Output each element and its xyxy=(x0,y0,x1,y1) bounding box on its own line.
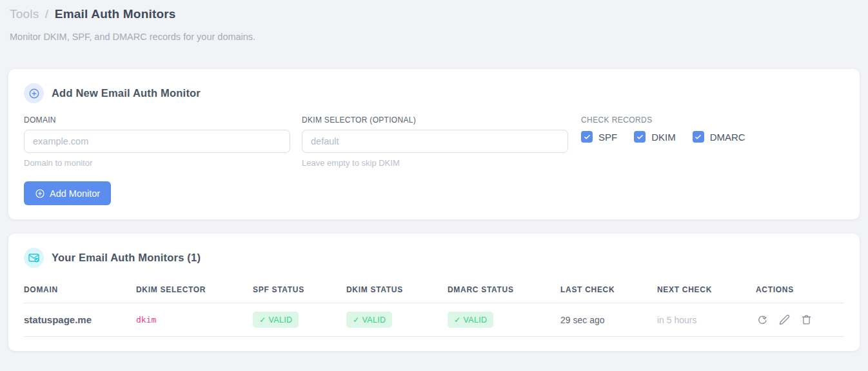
breadcrumb: Tools / Email Auth Monitors xyxy=(10,7,860,21)
col-header-next-check: NEXT CHECK xyxy=(657,280,756,303)
dkim-selector-field-group: DKIM SELECTOR (OPTIONAL) Leave empty to … xyxy=(302,115,568,168)
col-header-domain: DOMAIN xyxy=(24,280,136,303)
dmarc-checkbox-label: DMARC xyxy=(710,132,745,143)
checkbox-checked-icon xyxy=(581,131,593,143)
domain-helper: Domain to monitor xyxy=(24,158,290,168)
page-subtitle: Monitor DKIM, SPF, and DMARC records for… xyxy=(10,32,860,42)
dkim-status-badge: ✓ VALID xyxy=(346,312,392,328)
dkim-checkbox[interactable]: DKIM xyxy=(634,131,676,143)
trash-icon[interactable] xyxy=(800,313,813,326)
col-header-last-check: LAST CHECK xyxy=(560,280,657,303)
page: Tools / Email Auth Monitors Monitor DKIM… xyxy=(0,0,868,351)
page-title: Email Auth Monitors xyxy=(55,7,176,21)
dmarc-status-badge: ✓ VALID xyxy=(448,312,493,328)
col-header-actions: ACTIONS xyxy=(756,280,844,303)
check-records-label: CHECK RECORDS xyxy=(581,115,745,125)
dmarc-checkbox[interactable]: DMARC xyxy=(693,131,745,143)
monitors-card-header: Your Email Auth Monitors (1) xyxy=(24,248,844,268)
monitor-next-check: in 5 hours xyxy=(657,303,756,337)
spf-checkbox-label: SPF xyxy=(598,132,617,143)
email-check-icon xyxy=(24,248,44,268)
col-header-dkim-status: DKIM STATUS xyxy=(346,280,448,303)
spf-checkbox[interactable]: SPF xyxy=(581,131,617,143)
add-monitor-button-label: Add Monitor xyxy=(50,188,100,199)
table-row: statuspage.me dkim ✓ VALID ✓ VALID ✓ VAL… xyxy=(24,303,844,337)
dkim-checkbox-label: DKIM xyxy=(651,132,676,143)
checkbox-checked-icon xyxy=(693,131,704,143)
domain-input[interactable] xyxy=(24,130,290,153)
monitors-table: DOMAIN DKIM SELECTOR SPF STATUS DKIM STA… xyxy=(24,280,844,337)
monitors-card: Your Email Auth Monitors (1) DOMAIN DKIM… xyxy=(8,234,860,351)
add-monitor-card: Add New Email Auth Monitor DOMAIN Domain… xyxy=(8,69,860,219)
dkim-selector-input[interactable] xyxy=(302,130,568,153)
add-card-title: Add New Email Auth Monitor xyxy=(52,87,201,99)
col-header-spf-status: SPF STATUS xyxy=(253,280,346,303)
row-actions xyxy=(756,313,844,326)
domain-field-group: DOMAIN Domain to monitor xyxy=(24,115,290,168)
add-card-header: Add New Email Auth Monitor xyxy=(24,83,844,103)
monitor-dkim-selector: dkim xyxy=(136,303,253,337)
circle-plus-icon xyxy=(24,83,44,103)
check-records-group: CHECK RECORDS SPF DKIM xyxy=(581,115,745,168)
add-monitor-form: DOMAIN Domain to monitor DKIM SELECTOR (… xyxy=(24,115,844,168)
checkbox-checked-icon xyxy=(634,131,646,143)
monitors-card-title: Your Email Auth Monitors (1) xyxy=(52,252,201,264)
table-header-row: DOMAIN DKIM SELECTOR SPF STATUS DKIM STA… xyxy=(24,280,844,303)
breadcrumb-tools-link[interactable]: Tools xyxy=(10,7,39,21)
spf-status-badge: ✓ VALID xyxy=(253,312,299,328)
col-header-dmarc-status: DMARC STATUS xyxy=(448,280,560,303)
breadcrumb-separator: / xyxy=(45,7,48,21)
domain-label: DOMAIN xyxy=(24,115,290,125)
add-monitor-button[interactable]: Add Monitor xyxy=(24,181,111,205)
monitor-domain: statuspage.me xyxy=(24,303,136,337)
dkim-selector-label: DKIM SELECTOR (OPTIONAL) xyxy=(302,115,568,125)
circle-plus-icon xyxy=(35,188,45,199)
monitor-last-check: 29 sec ago xyxy=(560,303,657,337)
dkim-selector-helper: Leave empty to skip DKIM xyxy=(302,158,568,168)
edit-pencil-icon[interactable] xyxy=(778,313,791,326)
refresh-icon[interactable] xyxy=(756,313,769,326)
col-header-dkim-selector: DKIM SELECTOR xyxy=(136,280,253,303)
